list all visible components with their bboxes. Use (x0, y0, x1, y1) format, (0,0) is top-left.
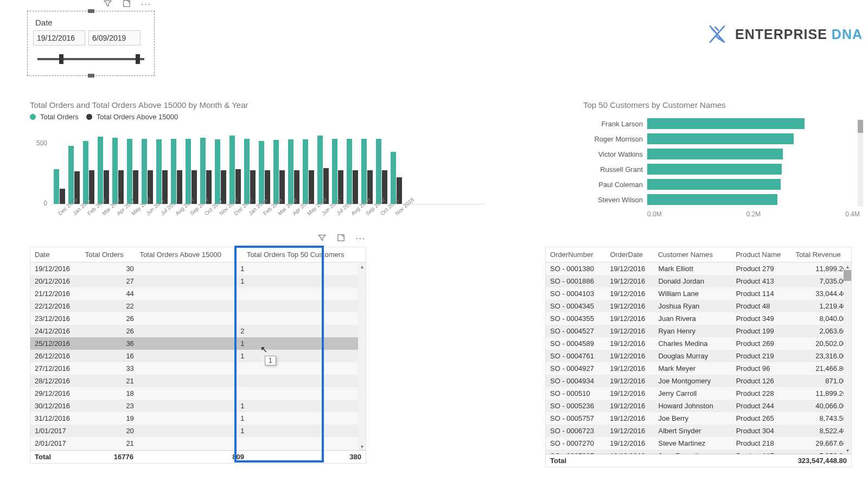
bar-group[interactable] (347, 139, 358, 204)
bar-group[interactable] (229, 136, 241, 204)
scroll-down-icon[interactable]: ▾ (359, 444, 365, 449)
table-row[interactable]: SO - 000727019/12/2016Steve MartinezProd… (546, 437, 851, 450)
col-above-15000[interactable]: Total Orders Above 15000 (136, 247, 242, 262)
focus-icon[interactable] (336, 233, 346, 244)
hbar-row[interactable]: Roger Morrison (583, 133, 860, 144)
more-options-icon[interactable]: ··· (141, 0, 151, 9)
bar-group[interactable] (98, 137, 109, 204)
bar-group[interactable] (54, 169, 65, 204)
table-row[interactable]: 30/12/2016231 (30, 400, 366, 412)
resize-handle-top[interactable] (88, 9, 94, 13)
bar-group[interactable] (200, 138, 212, 204)
hbar-row[interactable]: Victor Watkins (583, 149, 860, 159)
table-row[interactable]: SO - 000410319/12/2016William LaneProduc… (546, 287, 851, 300)
bar-group[interactable] (112, 138, 124, 204)
x-tick: Dec 2016 (57, 204, 69, 216)
date-range-slider[interactable] (37, 55, 144, 63)
col-date[interactable]: Date (30, 247, 81, 262)
table-row[interactable]: 29/12/201618 (30, 387, 366, 400)
bar-group[interactable] (273, 140, 285, 204)
table-row[interactable]: SO - 000452719/12/2016Ryan HenryProduct … (546, 325, 851, 337)
bar-group[interactable] (259, 141, 270, 204)
hbar-row[interactable]: Frank Larson (583, 118, 860, 129)
resize-handle-bottom[interactable] (88, 74, 94, 78)
filter-icon[interactable] (317, 233, 327, 244)
table-row[interactable]: SO - 000575719/12/2016Joe BerryProduct 2… (546, 412, 851, 425)
bar-group[interactable] (361, 139, 373, 204)
bar-group[interactable] (171, 139, 182, 204)
table-row[interactable]: SO - 000523619/12/2016Howard JohnstonPro… (546, 400, 851, 412)
scroll-down-icon[interactable]: ▾ (845, 447, 850, 453)
table2-scrollbar[interactable]: ▴ ▾ (844, 262, 851, 454)
table-row[interactable]: 21/12/201644 (30, 287, 366, 300)
more-options-icon[interactable]: ··· (355, 234, 366, 243)
table-row[interactable]: 26/12/2016161 (30, 350, 366, 362)
filter-icon[interactable] (103, 0, 112, 10)
bar-group[interactable] (288, 139, 299, 204)
table-row[interactable]: 27/12/201633 (30, 362, 366, 375)
bar-group[interactable] (303, 139, 314, 204)
table-row[interactable]: SO - 000672319/12/2016Albert SnyderProdu… (546, 425, 851, 437)
bar-group[interactable] (127, 139, 138, 204)
table-row[interactable]: 31/12/2016191 (30, 412, 366, 425)
bar-group[interactable] (376, 139, 387, 204)
bar-group[interactable] (68, 146, 80, 204)
table-row[interactable]: SO - 000493419/12/2016Joe MontgomeryProd… (546, 375, 851, 387)
scroll-up-icon[interactable]: ▴ (359, 264, 365, 269)
table-row[interactable]: SO - 000434519/12/2016Joshua RyanProduct… (546, 300, 851, 312)
table1-scrollbar[interactable]: ▴ ▾ (358, 262, 366, 450)
col-total-orders[interactable]: Total Orders (81, 247, 136, 262)
col-revenue[interactable]: Total Revenue (792, 247, 851, 262)
table-row[interactable]: SO - 000138019/12/2016Mark ElliottProduc… (546, 262, 851, 275)
bar-group[interactable] (215, 139, 226, 204)
order-details-table[interactable]: OrderNumber OrderDate Customer Names Pro… (545, 247, 852, 467)
bar-group[interactable] (391, 152, 402, 204)
table-row[interactable]: 19/12/2016301 (30, 262, 366, 275)
table-row[interactable]: 2/01/201721 (30, 437, 366, 450)
date-end-input[interactable] (88, 30, 141, 46)
table-row[interactable]: 28/12/201621 (30, 375, 366, 387)
bar-group[interactable] (244, 139, 256, 204)
dna-helix-icon (705, 22, 730, 47)
table-row[interactable]: SO - 000732719/12/2016Juan RussellProduc… (546, 450, 851, 454)
scroll-up-icon[interactable]: ▴ (845, 264, 850, 269)
table-row[interactable]: SO - 000492719/12/2016Mark MeyerProduct … (546, 362, 851, 375)
table-row[interactable]: SO - 00051019/12/2016Jerry CarrollProduc… (546, 387, 851, 400)
focus-icon[interactable] (122, 0, 131, 10)
orders-by-date-table[interactable]: Date Total Orders Total Orders Above 150… (30, 247, 366, 464)
slider-handle-end[interactable] (136, 54, 140, 64)
table-row[interactable]: SO - 000188619/12/2016Donald JordanProdu… (546, 275, 851, 287)
table-row[interactable]: 20/12/2016271 (30, 275, 366, 287)
x-tick: Sep 2018 (365, 204, 377, 216)
table-row[interactable]: SO - 000458919/12/2016Charles MedinaProd… (546, 337, 851, 350)
brand-suffix: DNA (832, 27, 863, 42)
table-row[interactable]: 1/01/2017201 (30, 425, 366, 437)
table-row[interactable]: 22/12/201622 (30, 300, 366, 312)
hbar-label: Roger Morrison (583, 135, 643, 143)
bar-group[interactable] (317, 136, 329, 204)
bar-group[interactable] (332, 139, 343, 204)
col-order-date[interactable]: OrderDate (605, 247, 653, 262)
bar-group[interactable] (83, 141, 94, 204)
col-order-number[interactable]: OrderNumber (546, 247, 605, 262)
bar-group[interactable] (156, 139, 168, 204)
hbar-row[interactable]: Russell Grant (583, 164, 860, 175)
date-start-input[interactable] (33, 30, 85, 46)
table-row[interactable]: 25/12/20163611 (30, 337, 366, 350)
hbar-row[interactable]: Steven Wilson (583, 194, 860, 205)
table-row[interactable]: SO - 000476119/12/2016Douglas MurrayProd… (546, 350, 851, 362)
orders-by-month-chart[interactable]: Total Orders and Total Orders Above 1500… (30, 100, 486, 222)
col-top50[interactable]: Total Orders Top 50 Customers (242, 247, 366, 262)
top50-customers-chart[interactable]: Top 50 Customers by Customer Names Frank… (583, 100, 860, 218)
col-product[interactable]: Product Name (731, 247, 791, 262)
col-customer[interactable]: Customer Names (654, 247, 732, 262)
bar-group[interactable] (186, 139, 197, 204)
table-row[interactable]: SO - 000435519/12/2016Juan RiveraProduct… (546, 312, 851, 325)
bar-group[interactable] (142, 139, 153, 204)
table-row[interactable]: 23/12/201626 (30, 312, 366, 325)
table-row[interactable]: 24/12/2016262 (30, 325, 366, 337)
slider-handle-start[interactable] (59, 54, 63, 64)
date-slicer[interactable]: Date (27, 11, 155, 76)
chart2-scrollbar[interactable] (858, 120, 863, 207)
hbar-row[interactable]: Paul Coleman (583, 179, 860, 190)
